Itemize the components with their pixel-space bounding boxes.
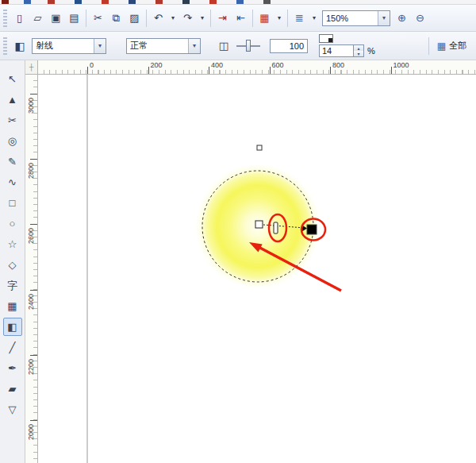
crop-tool[interactable]: ✂ [3, 111, 22, 129]
h-ruler-label: 800 [332, 61, 344, 69]
toolbar-right-group: ⊕⊖ [393, 10, 429, 27]
print-button[interactable]: ▤ [65, 10, 83, 27]
redo-button[interactable]: ↷ [178, 10, 197, 27]
interactive-fill-tool-icon: ◧ [7, 321, 17, 333]
zoom-out-button[interactable]: ⊖ [411, 10, 429, 27]
ruler-origin-button[interactable]: ┼ [25, 60, 38, 75]
rectangle-tool-icon: □ [10, 197, 16, 209]
fill-color-swatch[interactable] [319, 34, 333, 43]
menubar-icon-fragment [236, 0, 244, 4]
application-launcher-button[interactable]: ▦ [255, 10, 274, 27]
redo-dropdown-button[interactable]: ▾ [197, 10, 208, 27]
spinner-down-icon[interactable]: ▾ [354, 51, 363, 56]
paste-button[interactable]: ▨ [125, 10, 144, 27]
ellipse-tool[interactable]: ○ [3, 214, 22, 233]
menubar-icon-fragment [209, 0, 217, 4]
toolbar-left-group: ▯▱▣▤✂⧉▨↶▾↷▾⇥⇤▦▾≣▾ [10, 10, 320, 27]
v-ruler-label: 2200 [27, 356, 35, 378]
save-icon: ▣ [51, 13, 60, 23]
zoom-level-combobox[interactable]: 150% ▾ [322, 10, 390, 26]
eyedropper-tool[interactable]: ╱ [3, 338, 22, 357]
chevron-down-icon[interactable]: ▾ [188, 39, 200, 53]
drawing-canvas[interactable] [38, 75, 476, 463]
h-ruler-label: 200 [151, 61, 163, 69]
eyedropper-tool-icon: ╱ [10, 341, 16, 353]
cut-icon: ✂ [94, 13, 102, 23]
v-ruler-label: 2400 [27, 291, 35, 313]
open-button[interactable]: ▱ [29, 10, 47, 27]
menubar-icon-fragment [75, 0, 82, 4]
zoom-in-button[interactable]: ⊕ [393, 10, 411, 27]
table-tool[interactable]: ▦ [3, 297, 22, 315]
toolbar-separator [287, 10, 288, 27]
save-button[interactable]: ▣ [47, 10, 65, 27]
edit-fill-button[interactable]: ◧ [10, 37, 29, 55]
menubar-icon-fragment [129, 0, 136, 4]
propbar-grip[interactable] [3, 37, 7, 55]
gradient-end-handle[interactable] [307, 225, 317, 234]
ruler-tick [148, 67, 149, 74]
ruler-tick [391, 67, 392, 74]
import-icon: ⇥ [218, 13, 227, 23]
zoom-in-icon: ⊕ [397, 13, 406, 23]
undo-button[interactable]: ↶ [149, 10, 167, 27]
undo-dropdown-icon: ▾ [171, 15, 175, 21]
edge-pad-field[interactable]: 14 [319, 44, 354, 57]
spinner-up-icon[interactable]: ▴ [354, 45, 363, 51]
vertical-ruler[interactable]: 300028002600240022002000 [25, 75, 38, 463]
table-tool-icon: ▦ [7, 300, 17, 312]
interactive-fill-tool[interactable]: ◧ [3, 318, 22, 336]
shape-tool[interactable]: ▲ [3, 91, 22, 109]
basic-shapes-tool[interactable]: ◇ [3, 256, 22, 274]
object-node-handle[interactable] [257, 145, 262, 150]
gradient-midpoint-handle[interactable] [274, 222, 278, 233]
smart-fill-tool[interactable]: ∿ [3, 173, 22, 191]
redo-icon: ↷ [183, 13, 192, 23]
paint-mode-combobox[interactable]: 正常 ▾ [126, 38, 201, 54]
text-tool[interactable]: 字 [3, 276, 22, 295]
cut-button[interactable]: ✂ [89, 10, 107, 27]
chevron-down-icon[interactable]: ▾ [378, 11, 390, 25]
zoom-tool[interactable]: ◎ [3, 132, 22, 150]
outline-pen-tool[interactable]: ✒ [3, 359, 22, 377]
horizontal-ruler[interactable]: 02004006008001000 [38, 60, 476, 75]
zoom-out-icon: ⊖ [416, 13, 424, 23]
application-launcher-dropdown-icon: ▾ [278, 15, 281, 21]
snap-options-dropdown-button[interactable]: ▾ [309, 10, 320, 27]
fill-type-value: 射线 [33, 40, 94, 52]
midpoint-slider-thumb[interactable] [246, 40, 251, 52]
midpoint-button[interactable]: ◫ [214, 37, 233, 55]
ruler-tick [270, 67, 271, 74]
open-icon: ▱ [34, 13, 42, 23]
import-button[interactable]: ⇥ [213, 10, 232, 27]
new-document-button[interactable]: ▯ [10, 10, 29, 27]
gradient-start-handle[interactable] [255, 221, 263, 228]
fill-type-combobox[interactable]: 射线 ▾ [32, 38, 106, 54]
polygon-tool[interactable]: ☆ [3, 235, 22, 253]
menubar-icon-fragment [182, 0, 190, 4]
pick-tool[interactable]: ↖ [3, 70, 22, 88]
midpoint-value-field[interactable]: 100 [270, 39, 308, 53]
fill-tool[interactable]: ▰ [3, 380, 22, 398]
freehand-tool[interactable]: ✎ [3, 152, 22, 171]
menubar-icon-fragment [24, 0, 31, 4]
apply-to-all-label: 全部 [449, 40, 466, 52]
basic-shapes-tool-icon: ◇ [9, 259, 17, 271]
export-button[interactable]: ⇤ [232, 10, 250, 27]
apply-to-all-button[interactable]: ▦ 全部 [432, 37, 472, 54]
menubar-icon-fragment [263, 0, 271, 4]
transparency-tool[interactable]: ▽ [3, 400, 22, 419]
standard-toolbar: ▯▱▣▤✂⧉▨↶▾↷▾⇥⇤▦▾≣▾ 150% ▾ ⊕⊖ [0, 5, 476, 32]
toolbar-grip[interactable] [3, 10, 7, 27]
zoom-tool-icon: ◎ [8, 135, 17, 147]
midpoint-slider[interactable] [235, 39, 262, 53]
snap-options-dropdown-icon: ▾ [313, 15, 316, 21]
application-launcher-dropdown-button[interactable]: ▾ [274, 10, 285, 27]
rectangle-tool[interactable]: □ [3, 194, 22, 212]
chevron-down-icon[interactable]: ▾ [94, 39, 106, 53]
app-window: ▯▱▣▤✂⧉▨↶▾↷▾⇥⇤▦▾≣▾ 150% ▾ ⊕⊖ ◧ 射线 ▾ 正常 ▾ … [0, 0, 476, 463]
snap-options-button[interactable]: ≣ [290, 10, 309, 27]
smart-fill-tool-icon: ∿ [8, 176, 17, 188]
copy-button[interactable]: ⧉ [107, 10, 125, 27]
undo-dropdown-button[interactable]: ▾ [167, 10, 178, 27]
